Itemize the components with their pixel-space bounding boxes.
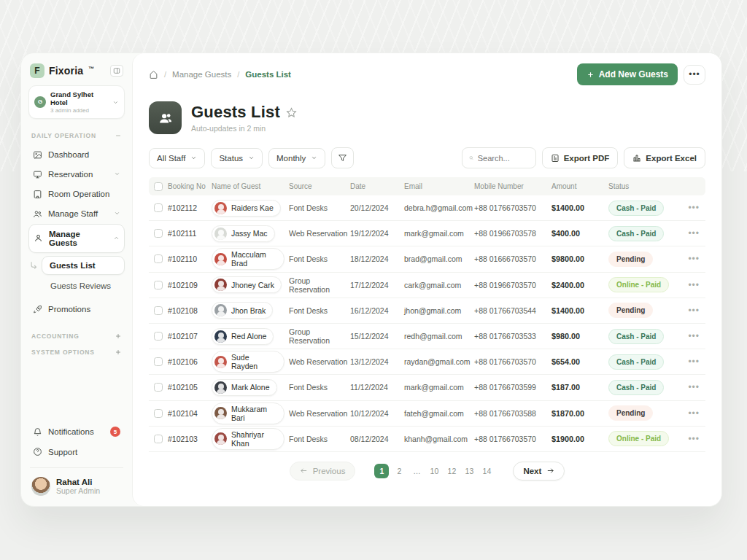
page-number[interactable]: 10 <box>427 464 441 478</box>
table-row[interactable]: #102109 Jhoney Cark Group Reservation 17… <box>149 273 705 298</box>
table-row[interactable]: #102112 Raiders Kae Font Desks 20/12/202… <box>149 195 705 221</box>
email: debra.h@gmail.com <box>404 203 474 212</box>
monitor-icon <box>33 170 42 179</box>
row-checkbox[interactable] <box>154 435 163 443</box>
table-row[interactable]: #102106 Sude Rayden Web Reservation 13/1… <box>149 349 705 375</box>
row-more-button[interactable]: ••• <box>680 254 705 264</box>
status-filter-dropdown[interactable]: Status <box>211 148 263 168</box>
star-icon[interactable] <box>286 107 297 118</box>
page-number[interactable]: 12 <box>444 464 459 478</box>
select-all-checkbox[interactable] <box>154 182 163 191</box>
funnel-icon <box>338 153 347 163</box>
breadcrumb-manage-guests[interactable]: Manage Guests <box>172 70 231 79</box>
booking-no: #102108 <box>168 306 212 315</box>
row-checkbox[interactable] <box>154 357 163 366</box>
add-new-guests-button[interactable]: Add New Guests <box>577 63 678 85</box>
table-row[interactable]: #102110 Macculam Brad Font Desks 18/12/2… <box>149 246 705 272</box>
staff-filter-dropdown[interactable]: All Staff <box>149 148 205 168</box>
page-title: Guests List <box>191 103 280 122</box>
chevron-down-icon <box>190 155 197 161</box>
date: 16/12/2024 <box>350 306 404 315</box>
date: 20/12/2024 <box>350 203 404 212</box>
row-more-button[interactable]: ••• <box>680 280 705 290</box>
user-name: Rahat Ali <box>56 478 100 486</box>
amount: $1400.00 <box>551 306 608 315</box>
hotel-switcher[interactable]: G Grand Sylhet Hotel 3 admin added <box>28 85 125 119</box>
chevron-up-icon <box>113 234 120 243</box>
row-more-button[interactable]: ••• <box>680 203 705 213</box>
table-row[interactable]: #102105 Mark Alone Font Desks 11/12/2024… <box>149 375 705 400</box>
row-more-button[interactable]: ••• <box>680 228 705 238</box>
mobile-number: +88 01766703570 <box>474 435 551 443</box>
next-page-button[interactable]: Next <box>513 462 565 481</box>
row-more-button[interactable]: ••• <box>680 331 705 341</box>
search-input[interactable] <box>478 154 529 163</box>
hotel-avatar: G <box>34 96 46 108</box>
row-checkbox[interactable] <box>154 306 163 315</box>
page-number[interactable]: 14 <box>479 464 494 478</box>
row-checkbox[interactable] <box>154 254 163 263</box>
chevron-down-icon <box>114 209 120 218</box>
status-badge: Cash - Paid <box>608 329 664 344</box>
booking-no: #102106 <box>168 357 212 366</box>
sidebar-item-notifications[interactable]: Notifications 5 <box>28 421 125 442</box>
source: Web Reservation <box>289 357 350 366</box>
table-row[interactable]: #102104 Mukkaram Bari Web Reservation 10… <box>149 401 705 427</box>
row-more-button[interactable]: ••• <box>680 306 705 316</box>
status-badge: Cash - Paid <box>608 380 664 395</box>
row-more-button[interactable]: ••• <box>680 434 705 444</box>
table-row[interactable]: #102111 Jassy Mac Web Reservation 19/12/… <box>149 221 705 246</box>
row-checkbox[interactable] <box>154 409 163 418</box>
previous-page-button[interactable]: Previous <box>290 462 356 481</box>
brand-trademark: ™ <box>88 66 94 72</box>
row-more-button[interactable]: ••• <box>680 408 705 419</box>
avatar <box>214 407 227 419</box>
period-filter-dropdown[interactable]: Monthly <box>268 148 325 168</box>
sidebar-item-reservation[interactable]: Reservation <box>28 165 125 184</box>
table-row[interactable]: #102103 Shahriyar Khan Font Desks 08/12/… <box>149 427 705 452</box>
home-icon[interactable] <box>149 70 158 79</box>
page-number[interactable]: 2 <box>392 464 406 478</box>
breadcrumb-guests-list[interactable]: Guests List <box>245 70 291 79</box>
page-number[interactable]: … <box>409 464 424 478</box>
row-checkbox[interactable] <box>154 229 163 238</box>
export-excel-button[interactable]: Export Excel <box>624 147 705 168</box>
sidebar-item-dashboard[interactable]: Dashboard <box>28 145 125 165</box>
export-pdf-button[interactable]: Export PDF <box>542 147 619 168</box>
source: Group Reservation <box>289 327 350 345</box>
status-badge: Cash - Paid <box>608 226 664 241</box>
guest-name: Raiders Kae <box>231 203 274 212</box>
sidebar-item-guests-list[interactable]: Guests List <box>42 256 125 275</box>
amount: $400.00 <box>551 229 608 238</box>
booking-no: #102105 <box>168 383 212 392</box>
row-more-button[interactable]: ••• <box>680 357 705 367</box>
sidebar-item-manage-guests[interactable]: Manage Guests <box>28 224 125 253</box>
page-number[interactable]: 13 <box>462 464 476 478</box>
avatar <box>214 381 227 394</box>
page-number[interactable]: 1 <box>374 464 389 478</box>
table-row[interactable]: #102107 Red Alone Group Reservation 15/1… <box>149 324 705 349</box>
row-checkbox[interactable] <box>154 383 163 392</box>
row-checkbox[interactable] <box>154 203 163 212</box>
date: 15/12/2024 <box>350 332 404 341</box>
header-more-button[interactable]: ••• <box>684 65 705 85</box>
row-checkbox[interactable] <box>154 281 163 289</box>
sidebar-item-guests-reviews[interactable]: Guests Reviews <box>28 276 125 295</box>
amount: $1870.00 <box>551 409 608 418</box>
row-checkbox[interactable] <box>154 332 163 341</box>
hotel-name: Grand Sylhet Hotel <box>50 90 108 107</box>
sidebar-item-promotions[interactable]: Promotions <box>28 300 125 319</box>
chevron-down-icon <box>248 155 255 161</box>
sidebar-collapse-icon[interactable] <box>110 65 123 77</box>
filter-funnel-button[interactable] <box>331 147 354 168</box>
sidebar-item-room-operation[interactable]: Room Operation <box>28 184 125 204</box>
plus-icon <box>115 332 122 340</box>
search-input-wrapper[interactable] <box>462 147 536 168</box>
table-row[interactable]: #102108 Jhon Brak Font Desks 16/12/2024 … <box>149 298 705 324</box>
user-profile[interactable]: Rahat Ali Super Admin <box>28 474 125 496</box>
row-more-button[interactable]: ••• <box>680 382 705 392</box>
sidebar-item-manage-staff[interactable]: Manage Staff <box>28 204 125 224</box>
guest-name-pill: Jassy Mac <box>212 225 275 242</box>
email: redh@gmail.com <box>404 332 474 341</box>
sidebar-item-support[interactable]: Support <box>28 442 125 462</box>
